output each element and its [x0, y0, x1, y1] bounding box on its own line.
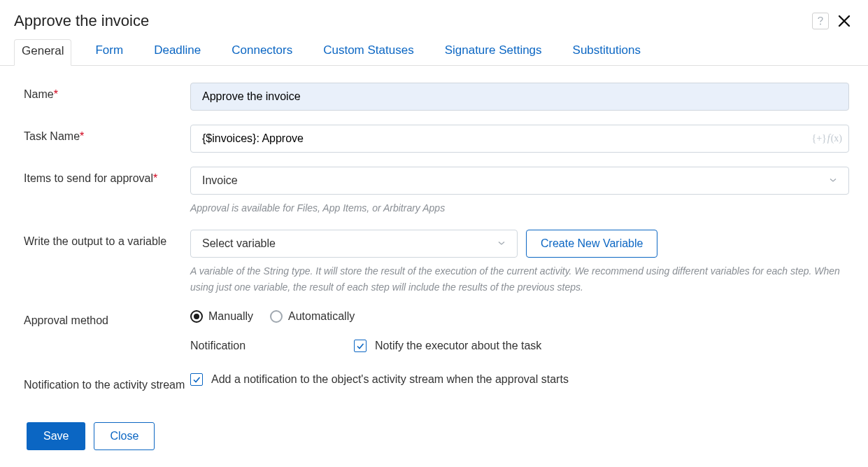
output-variable-placeholder: Select variable	[202, 237, 276, 250]
chevron-down-icon	[829, 174, 837, 187]
checkmark-icon	[192, 375, 201, 384]
name-input[interactable]	[190, 83, 849, 111]
tab-connectors[interactable]: Connectors	[225, 39, 299, 65]
output-variable-hint: A variable of the String type. It will s…	[190, 263, 849, 295]
help-icon	[816, 16, 825, 26]
checkmark-icon	[356, 342, 364, 350]
approval-method-automatically-radio[interactable]: Automatically	[270, 310, 355, 323]
formula-icon[interactable]: {+}f(x)	[811, 133, 842, 144]
notify-executor-label: Notify the executor about the task	[375, 340, 541, 352]
approval-method-manually-label: Manually	[208, 310, 253, 323]
items-to-send-value: Invoice	[202, 174, 238, 187]
tab-general[interactable]: General	[14, 39, 71, 66]
tab-form[interactable]: Form	[88, 39, 130, 65]
task-name-input[interactable]	[190, 125, 849, 153]
task-name-label: Task Name*	[24, 125, 190, 143]
activity-stream-checkbox-label: Add a notification to the object's activ…	[211, 373, 569, 386]
activity-stream-label: Notification to the activity stream	[24, 373, 190, 391]
items-to-send-select[interactable]: Invoice	[190, 167, 849, 195]
close-button[interactable]	[834, 11, 854, 31]
svg-point-0	[820, 24, 821, 25]
help-button[interactable]	[812, 13, 829, 29]
create-new-variable-button[interactable]: Create New Variable	[526, 230, 657, 258]
approval-method-label: Approval method	[24, 309, 190, 327]
save-button[interactable]: Save	[27, 422, 85, 450]
tab-substitutions[interactable]: Substitutions	[566, 39, 648, 65]
approval-method-manually-radio[interactable]: Manually	[190, 310, 253, 323]
tab-signature-settings[interactable]: Signature Settings	[438, 39, 549, 65]
name-label: Name*	[24, 83, 190, 101]
output-variable-label: Write the output to a variable	[24, 230, 190, 248]
activity-stream-checkbox[interactable]	[190, 373, 203, 386]
dialog-title: Approve the invoice	[14, 12, 149, 30]
approval-method-automatically-label: Automatically	[288, 310, 355, 323]
close-footer-button[interactable]: Close	[94, 422, 155, 450]
radio-unchecked-icon	[270, 310, 283, 323]
output-variable-select[interactable]: Select variable	[190, 230, 518, 258]
notify-executor-checkbox[interactable]	[354, 340, 367, 352]
tabs: General Form Deadline Connectors Custom …	[0, 31, 868, 66]
notification-label: Notification	[190, 340, 354, 352]
chevron-down-icon	[497, 237, 506, 250]
radio-checked-icon	[190, 310, 203, 323]
tab-deadline[interactable]: Deadline	[147, 39, 208, 65]
items-to-send-label: Items to send for approval*	[24, 167, 190, 185]
tab-custom-statuses[interactable]: Custom Statuses	[316, 39, 420, 65]
close-icon	[838, 15, 851, 27]
items-to-send-hint: Approval is available for Files, App Ite…	[190, 200, 849, 216]
